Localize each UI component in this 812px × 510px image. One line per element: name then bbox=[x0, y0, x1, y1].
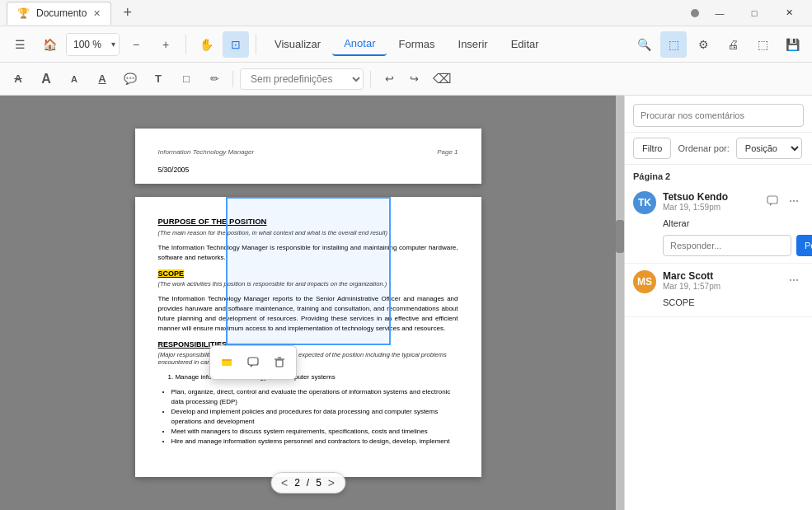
comment-1-actions: ⋯ bbox=[763, 191, 804, 211]
comment-1-reply-input[interactable] bbox=[663, 235, 791, 256]
erase-button[interactable]: ⌫ bbox=[430, 68, 453, 91]
popup-delete-button[interactable] bbox=[268, 351, 291, 374]
nav-anotar[interactable]: Anotar bbox=[332, 32, 387, 56]
scrollbar-thumb[interactable] bbox=[616, 220, 624, 253]
page1-page-label: Page 1 bbox=[437, 148, 458, 156]
titlebar: 🏆 Documento ✕ + — □ ✕ bbox=[0, 0, 812, 26]
comment-1-initials: TK bbox=[638, 197, 651, 208]
new-tab-button[interactable]: + bbox=[118, 4, 137, 21]
selection-tool-button[interactable]: ⊡ bbox=[223, 31, 249, 58]
home-button[interactable]: 🏠 bbox=[36, 31, 63, 58]
comment-card-2: MS Marc Scott Mar 19, 1:57pm ⋯ SCOPE bbox=[625, 264, 812, 316]
text-insert-button[interactable]: T bbox=[147, 68, 170, 91]
prev-page-button[interactable]: < bbox=[281, 476, 288, 489]
scope-body: The Information Technology Manager repor… bbox=[158, 294, 458, 334]
close-button[interactable]: ✕ bbox=[772, 0, 805, 26]
vertical-scrollbar[interactable] bbox=[616, 96, 624, 510]
comment-2-initials: MS bbox=[637, 276, 652, 288]
filter-row: Filtro Ordenar por: Posição bbox=[625, 133, 812, 165]
annotation-popup bbox=[209, 345, 297, 380]
svg-rect-8 bbox=[767, 196, 777, 204]
scope-title: SCOPE bbox=[158, 269, 458, 278]
erase-icon: ⌫ bbox=[433, 71, 452, 87]
strikethrough-button[interactable]: A bbox=[7, 68, 30, 91]
svg-marker-4 bbox=[251, 365, 253, 367]
separator-1 bbox=[185, 35, 186, 54]
comment-1-post-button[interactable]: Postar bbox=[796, 235, 812, 256]
current-page: 2 bbox=[294, 477, 300, 489]
comment-1-reply-icon-button[interactable] bbox=[763, 191, 782, 211]
comment-1-header: TK Tetsuo Kendo Mar 19, 1:59pm ⋯ bbox=[633, 191, 804, 214]
text-small-button[interactable]: A bbox=[63, 68, 86, 91]
pencil-button[interactable]: ✏ bbox=[203, 68, 226, 91]
zoom-level[interactable]: 100 % bbox=[67, 34, 108, 55]
pdf-viewer[interactable]: Information Technology Manager Page 1 5/… bbox=[0, 96, 616, 510]
popup-highlight-button[interactable] bbox=[215, 351, 238, 374]
comments-search-input[interactable] bbox=[633, 104, 804, 127]
redo-button[interactable]: ↪ bbox=[402, 68, 425, 91]
pdf-scroll[interactable]: Information Technology Manager Page 1 5/… bbox=[0, 112, 616, 494]
preset-select[interactable]: Sem predefinições bbox=[240, 68, 364, 90]
minimize-button[interactable]: — bbox=[703, 0, 736, 26]
tab-close-button[interactable]: ✕ bbox=[93, 8, 101, 19]
scope-subtitle: (The work activities this position is re… bbox=[158, 280, 458, 288]
search-button[interactable]: 🔍 bbox=[631, 31, 657, 58]
nav-visualizar[interactable]: Visualizar bbox=[263, 33, 332, 55]
scope-highlight: SCOPE bbox=[158, 269, 185, 278]
page-section-label: Página 2 bbox=[625, 165, 812, 185]
rectangle-button[interactable]: □ bbox=[175, 68, 198, 91]
main-area: Information Technology Manager Page 1 5/… bbox=[0, 96, 812, 510]
hand-tool-button[interactable]: ✋ bbox=[193, 31, 219, 58]
comment-1-avatar: TK bbox=[633, 191, 656, 214]
zoom-out-button[interactable]: − bbox=[123, 31, 149, 58]
svg-rect-2 bbox=[222, 359, 232, 361]
resp-title: RESPONSIBILITIES bbox=[158, 340, 458, 349]
save-button[interactable]: 💾 bbox=[779, 31, 805, 58]
comments-panel-button[interactable]: ⬚ bbox=[660, 31, 687, 58]
resp-bullet-2: Develop and implement policies and proce… bbox=[171, 407, 458, 427]
comment-1-text: Alterar bbox=[663, 218, 804, 230]
filter-button[interactable]: Filtro bbox=[633, 138, 671, 159]
document-tab[interactable]: 🏆 Documento ✕ bbox=[7, 2, 111, 25]
zoom-control[interactable]: 100 % ▾ bbox=[66, 33, 120, 56]
svg-rect-3 bbox=[248, 358, 258, 365]
comment-1-more-button[interactable]: ⋯ bbox=[784, 191, 804, 211]
comment-button[interactable]: 💬 bbox=[119, 68, 142, 91]
zoom-in-button[interactable]: + bbox=[153, 31, 179, 58]
comments-sidebar: Filtro Ordenar por: Posição Página 2 TK … bbox=[624, 96, 812, 510]
comment-2-time: Mar 19, 1:57pm bbox=[663, 282, 777, 291]
annotation-toolbar: A A A A 💬 T □ ✏ Sem predefinições ↩ ↪ ⌫ bbox=[0, 63, 812, 96]
main-toolbar: ☰ 🏠 100 % ▾ − + ✋ ⊡ Visualizar Anotar Fo… bbox=[0, 26, 812, 63]
sidebar-toggle-button[interactable]: ☰ bbox=[7, 31, 33, 58]
nav-editar[interactable]: Editar bbox=[500, 33, 551, 55]
comment-1-meta: Tetsuo Kendo Mar 19, 1:59pm bbox=[663, 191, 756, 212]
maximize-button[interactable]: □ bbox=[738, 0, 771, 26]
page1-date: 5/30/2005 bbox=[158, 166, 458, 174]
settings-button[interactable]: ⚙ bbox=[690, 31, 716, 58]
sort-select[interactable]: Posição bbox=[736, 138, 802, 159]
comments-panel-icon: ⬚ bbox=[669, 38, 679, 51]
nav-menu: Visualizar Anotar Formas Inserir Editar bbox=[263, 32, 551, 56]
strikethrough-icon: A bbox=[14, 73, 21, 85]
text-large-button[interactable]: A bbox=[35, 68, 58, 91]
undo-button[interactable]: ↩ bbox=[378, 68, 401, 91]
redo-icon: ↪ bbox=[410, 73, 419, 85]
nav-inserir[interactable]: Inserir bbox=[447, 33, 500, 55]
text-underline-button[interactable]: A bbox=[91, 68, 114, 91]
next-page-button[interactable]: > bbox=[328, 476, 335, 489]
nav-formas[interactable]: Formas bbox=[387, 33, 446, 55]
text-insert-icon: T bbox=[155, 73, 162, 85]
comment-1-reply-row: Postar bbox=[663, 235, 804, 256]
resp-bullet-list: Plan, organize, direct, control and eval… bbox=[158, 387, 458, 447]
comment-2-avatar: MS bbox=[633, 270, 656, 293]
comment-card-1: TK Tetsuo Kendo Mar 19, 1:59pm ⋯ Alterar… bbox=[625, 185, 812, 264]
titlebar-left: 🏆 Documento ✕ + bbox=[7, 2, 687, 25]
resp-subtitle: (Major responsibilities and target accom… bbox=[158, 351, 458, 366]
comment-2-more-button[interactable]: ⋯ bbox=[784, 270, 804, 290]
popup-comment-button[interactable] bbox=[242, 351, 265, 374]
zoom-chevron-icon[interactable]: ▾ bbox=[108, 34, 119, 55]
print-button[interactable]: 🖨 bbox=[720, 31, 746, 58]
export-button[interactable]: ⬚ bbox=[749, 31, 776, 58]
resp-item-1: 1. Manage information technology and com… bbox=[158, 372, 458, 382]
svg-marker-9 bbox=[770, 204, 772, 206]
